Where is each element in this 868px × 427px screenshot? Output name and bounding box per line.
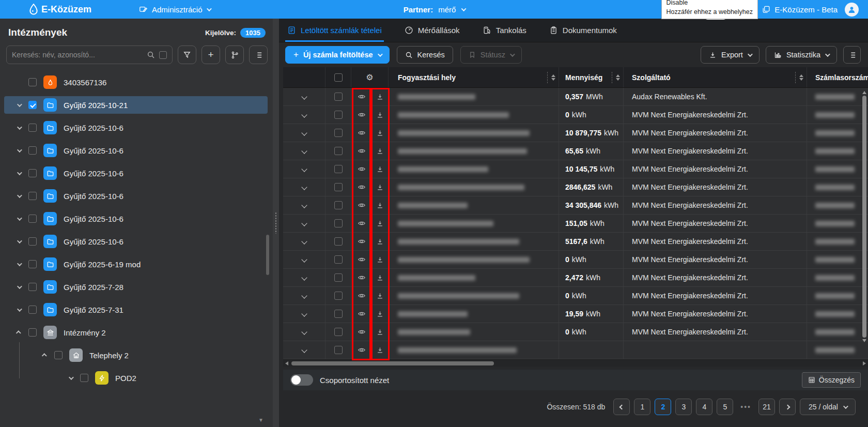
expand-row-icon[interactable] — [301, 94, 307, 99]
sort-icon[interactable] — [799, 74, 803, 81]
tree-checkbox[interactable] — [28, 260, 37, 268]
row-checkbox[interactable] — [334, 111, 343, 119]
tree-checkbox[interactable] — [28, 215, 37, 223]
expand-row-icon[interactable] — [301, 166, 307, 172]
download-icon[interactable] — [372, 251, 389, 268]
row-checkbox[interactable] — [334, 93, 343, 101]
download-icon[interactable] — [372, 269, 389, 286]
chevron-down-icon[interactable] — [16, 217, 22, 221]
scroll-left-arrow[interactable] — [285, 361, 288, 365]
expand-row-icon[interactable] — [301, 184, 307, 190]
sort-icon[interactable] — [551, 74, 555, 81]
table-row[interactable]: 0,357MWhAudax Renewables Kft. — [283, 88, 868, 106]
table-row[interactable]: 34 305,846kWhMVM Next Energiakereskedelm… — [283, 196, 868, 215]
download-icon[interactable] — [372, 215, 389, 232]
summary-button[interactable]: Összegzés — [802, 372, 861, 388]
row-checkbox[interactable] — [334, 183, 343, 191]
row-checkbox[interactable] — [334, 273, 343, 282]
tree-item[interactable]: Gyűjtő 2025-10-6 — [4, 119, 268, 136]
tree-item[interactable]: Gyűjtő 2025-10-6 — [4, 210, 268, 227]
chevron-down-icon[interactable] — [16, 285, 22, 289]
search-exact-checkbox[interactable] — [159, 51, 167, 59]
tree-search-field[interactable] — [6, 45, 173, 64]
view-icon[interactable] — [351, 323, 372, 341]
sort-control[interactable] — [547, 72, 555, 83]
search-button[interactable]: Keresés — [397, 46, 453, 64]
page-ellipsis[interactable]: ••• — [737, 399, 754, 415]
row-checkbox[interactable] — [334, 219, 343, 227]
tree-checkbox[interactable] — [28, 328, 37, 337]
expand-row-icon[interactable] — [301, 329, 307, 334]
view-icon[interactable] — [351, 215, 372, 232]
chevron-down-icon[interactable] — [16, 149, 22, 152]
row-checkbox[interactable] — [334, 310, 343, 318]
beta-app-link[interactable]: E-Közüzem - Beta — [762, 5, 838, 14]
table-vertical-scrollbar[interactable] — [862, 91, 866, 342]
add-button[interactable]: + — [202, 45, 220, 64]
view-icon[interactable] — [351, 287, 372, 304]
expand-row-icon[interactable] — [301, 130, 307, 135]
page-button-last[interactable]: 21 — [758, 399, 775, 415]
chevron-up-icon[interactable] — [16, 331, 22, 334]
new-invoice-upload-button[interactable]: + Új számla feltöltése — [285, 46, 390, 64]
partner-selector[interactable]: Partner: mérő — [404, 5, 465, 14]
view-icon[interactable] — [351, 269, 372, 286]
table-row[interactable]: 0kWhMVM Next Energiakereskedelmi Zrt. — [283, 323, 868, 341]
download-icon[interactable] — [372, 305, 389, 323]
expand-row-icon[interactable] — [301, 274, 307, 280]
page-button-4[interactable]: 4 — [696, 399, 712, 415]
download-icon[interactable] — [372, 142, 389, 160]
page-size-select[interactable]: 25 / oldal — [800, 399, 856, 415]
table-row[interactable]: 5167,6kWhMVM Next Energiakereskedelmi Zr… — [283, 233, 868, 251]
view-icon[interactable] — [351, 160, 372, 178]
page-button-1[interactable]: 1 — [634, 399, 650, 415]
column-settings-button[interactable] — [843, 46, 861, 64]
table-row[interactable]: 19,59kWhMVM Next Energiakereskedelmi Zrt… — [283, 305, 868, 323]
table-row[interactable]: 0kWhMVM Next Energiakereskedelmi Zrt. — [283, 106, 868, 124]
sort-icon[interactable] — [616, 74, 620, 81]
table-row-partial[interactable] — [283, 341, 868, 359]
tree-item[interactable]: Gyűjtő 2025-10-6 — [4, 164, 268, 182]
tree-item[interactable]: 3403567136 — [4, 73, 268, 91]
download-icon[interactable] — [372, 88, 389, 105]
table-row[interactable]: 0kWhMVM Next Energiakereskedelmi Zrt. — [283, 251, 868, 269]
view-icon[interactable] — [351, 124, 372, 142]
chevron-down-icon[interactable] — [16, 263, 22, 266]
download-icon[interactable] — [372, 323, 389, 341]
tree-checkbox[interactable] — [28, 146, 37, 155]
tab-documents[interactable]: Dokumentumok — [547, 19, 619, 42]
chevron-down-icon[interactable] — [16, 240, 22, 243]
download-icon[interactable] — [372, 124, 389, 142]
search-input[interactable] — [12, 51, 143, 59]
row-checkbox[interactable] — [334, 255, 343, 264]
panel-resizer-handle[interactable] — [273, 19, 279, 427]
download-icon[interactable] — [372, 196, 389, 214]
scroll-up-arrow[interactable] — [862, 91, 866, 94]
gear-icon[interactable]: ⚙ — [366, 72, 373, 82]
download-icon[interactable] — [372, 106, 389, 124]
view-icon[interactable] — [351, 233, 372, 250]
select-all-checkbox[interactable] — [334, 73, 343, 82]
tree-item[interactable]: Gyűjtő 2025-7-31 — [4, 301, 268, 318]
tree-checkbox[interactable] — [28, 78, 37, 86]
nav-administration[interactable]: Adminisztráció — [139, 5, 210, 14]
expand-row-icon[interactable] — [301, 256, 307, 262]
horizontal-scrollbar-thumb[interactable] — [291, 361, 494, 365]
search-icon[interactable] — [147, 51, 155, 59]
download-icon[interactable] — [372, 233, 389, 250]
column-header-invoice-number[interactable]: Számlasorszám — [807, 67, 868, 87]
tree-checkbox[interactable] — [28, 124, 37, 132]
download-icon[interactable] — [372, 178, 389, 196]
row-checkbox[interactable] — [334, 346, 343, 354]
expand-row-icon[interactable] — [301, 293, 307, 298]
tree-item[interactable]: Gyűjtő 2025-6-19 mod — [4, 255, 268, 273]
column-header-quantity[interactable]: Mennyiség — [559, 67, 624, 87]
download-icon[interactable] — [372, 287, 389, 304]
tab-meter-readings[interactable]: Mérőállások — [402, 19, 462, 42]
tree-item[interactable]: Gyűjtő 2025-10-6 — [4, 187, 268, 205]
tree-checkbox[interactable] — [28, 283, 37, 291]
tree-item[interactable]: POD2 — [4, 369, 268, 387]
expand-row-icon[interactable] — [301, 220, 307, 226]
row-checkbox[interactable] — [334, 147, 343, 155]
tree-item[interactable]: Telephely 2 — [4, 346, 268, 364]
